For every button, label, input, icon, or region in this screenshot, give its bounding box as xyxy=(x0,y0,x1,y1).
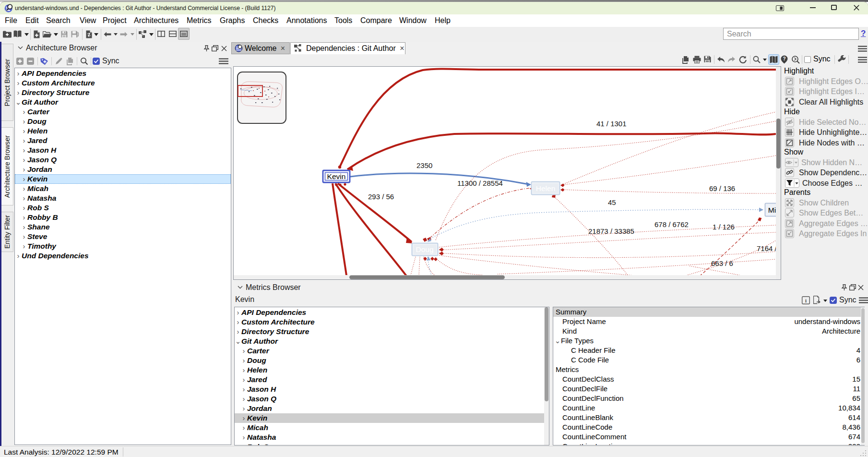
svg-text:Kevin: Kevin xyxy=(327,172,346,180)
svg-text:Helen: Helen xyxy=(536,184,556,192)
svg-text:678 / 6762: 678 / 6762 xyxy=(654,220,689,228)
svg-text:21873 / 33385: 21873 / 33385 xyxy=(588,227,634,235)
svg-text:69 / 136: 69 / 136 xyxy=(709,184,735,192)
svg-text:293 / 56: 293 / 56 xyxy=(368,192,394,201)
svg-text:11300 / 28554: 11300 / 28554 xyxy=(457,179,503,187)
svg-text:Mi: Mi xyxy=(768,206,776,214)
svg-text:7164 /: 7164 / xyxy=(757,244,777,253)
svg-text:i: i xyxy=(805,298,807,303)
svg-text:Doug: Doug xyxy=(416,245,433,253)
svg-text:41 / 1301: 41 / 1301 xyxy=(596,120,627,128)
svg-text:?: ? xyxy=(783,56,785,61)
svg-text:1 / 126: 1 / 126 xyxy=(713,223,735,231)
svg-text:2350: 2350 xyxy=(416,161,432,169)
svg-text:45: 45 xyxy=(608,198,616,206)
svg-text:663 / 6: 663 / 6 xyxy=(711,259,733,267)
